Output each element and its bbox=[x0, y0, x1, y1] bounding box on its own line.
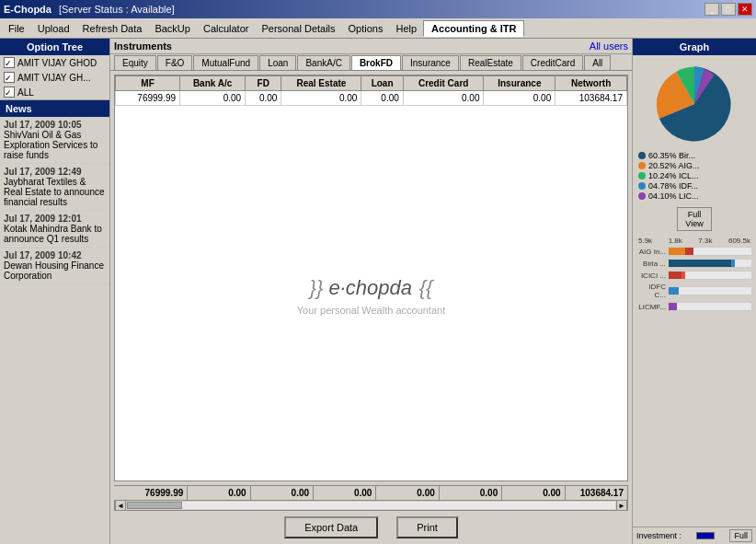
legend-dot-icl bbox=[638, 172, 646, 179]
news-item-0: Jul 17, 2009 10:05 ShivVani Oil & Gas Ex… bbox=[0, 117, 109, 164]
tab-creditcard[interactable]: CreditCard bbox=[522, 55, 583, 70]
footer-realestate: 0.00 bbox=[314, 486, 376, 500]
tree-checkbox-3[interactable] bbox=[4, 87, 15, 98]
legend-dot-lic bbox=[638, 192, 646, 200]
tab-fo[interactable]: F&O bbox=[157, 55, 193, 70]
maximize-button[interactable]: □ bbox=[721, 3, 736, 16]
cell-creditcard: 0.00 bbox=[403, 91, 484, 106]
scroll-thumb[interactable] bbox=[127, 502, 182, 509]
tree-item-3[interactable]: ALL bbox=[0, 85, 109, 99]
title-bar: E-Chopda [Server Status : Available] _ □… bbox=[0, 0, 756, 18]
menu-accounting-itr[interactable]: Accounting & ITR bbox=[423, 20, 524, 37]
legend-aig: 20.52% AIG... bbox=[638, 161, 750, 170]
bar-fill-aig bbox=[669, 248, 685, 255]
legend-idf: 04.78% IDF... bbox=[638, 181, 750, 191]
news-section: News Jul 17, 2009 10:05 ShivVani Oil & G… bbox=[0, 99, 109, 544]
menu-bar: File Upload Refresh Data BackUp Calculat… bbox=[0, 18, 756, 39]
footer-creditcard: 0.00 bbox=[440, 486, 502, 500]
news-date-2: Jul 17, 2009 12:01 bbox=[4, 214, 106, 224]
main-layout: Option Tree AMIT VIJAY GHOD AMIT VIJAY G… bbox=[0, 39, 756, 544]
tree-checkbox-1[interactable] bbox=[4, 57, 15, 68]
scroll-left-button[interactable]: ◄ bbox=[115, 500, 126, 511]
full-view-button[interactable]: FullView bbox=[677, 207, 711, 231]
table-row: 76999.99 0.00 0.00 0.00 0.00 0.00 0.00 1… bbox=[116, 91, 627, 106]
cell-networth: 103684.17 bbox=[556, 91, 627, 106]
legend-dot-aig bbox=[638, 162, 646, 169]
bar-fill-icici2 bbox=[682, 272, 686, 279]
legend-lic: 04.10% LIC... bbox=[638, 191, 750, 201]
news-header: News bbox=[0, 100, 109, 117]
tab-mutualfund[interactable]: MutualFund bbox=[193, 55, 258, 70]
chopda-tagline: Your personal Wealth accountant bbox=[297, 305, 445, 316]
all-users-label: All users bbox=[590, 41, 628, 52]
graph-header: Graph bbox=[633, 39, 756, 55]
menu-calculator[interactable]: Calculator bbox=[197, 20, 256, 37]
export-data-button[interactable]: Export Data bbox=[284, 516, 378, 538]
menu-backup[interactable]: BackUp bbox=[148, 20, 197, 37]
minimize-button[interactable]: _ bbox=[704, 3, 719, 16]
bar-track-licmf bbox=[668, 302, 752, 311]
tab-loan[interactable]: Loan bbox=[259, 55, 296, 70]
news-text-0[interactable]: ShivVani Oil & Gas Exploration Services … bbox=[4, 130, 106, 160]
news-text-2[interactable]: Kotak Mahindra Bank to announce Q1 resul… bbox=[4, 224, 106, 244]
tree-label-2: AMIT VIJAY GH... bbox=[17, 73, 90, 83]
tree-label-3: ALL bbox=[17, 87, 34, 98]
footer-insurance: 0.00 bbox=[502, 486, 565, 500]
data-table: MF Bank A/c FD Real Estate Loan Credit C… bbox=[115, 75, 627, 106]
bar-label-licmf: LICMF... bbox=[636, 303, 666, 311]
tab-equity[interactable]: Equity bbox=[114, 55, 156, 70]
menu-upload[interactable]: Upload bbox=[31, 20, 76, 37]
bar-track-icici bbox=[668, 271, 752, 280]
tree-item-2[interactable]: AMIT VIJAY GH... bbox=[0, 70, 109, 85]
bar-row-aig: AIG In... bbox=[636, 247, 752, 256]
bar-track-idfc bbox=[668, 286, 752, 295]
col-fd: FD bbox=[246, 76, 281, 91]
menu-help[interactable]: Help bbox=[389, 20, 423, 37]
footer-mf: 76999.99 bbox=[114, 486, 188, 500]
footer-networth: 103684.17 bbox=[566, 486, 628, 500]
scroll-right-button[interactable]: ► bbox=[616, 500, 627, 511]
menu-options[interactable]: Options bbox=[342, 20, 390, 37]
bar-fill-birla2 bbox=[731, 260, 736, 267]
legend-birla: 60.35% Bir... bbox=[638, 151, 750, 160]
news-item-1: Jul 17, 2009 12:49 Jaybharat Textiles & … bbox=[0, 164, 109, 211]
menu-refresh[interactable]: Refresh Data bbox=[76, 20, 149, 37]
scroll-track[interactable] bbox=[127, 502, 615, 509]
action-bar: Export Data Print bbox=[110, 511, 632, 544]
bar-row-licmf: LICMF... bbox=[636, 302, 752, 311]
menu-file[interactable]: File bbox=[2, 20, 31, 37]
bar-fill-icici bbox=[669, 272, 682, 279]
bar-row-birla: Birla ... bbox=[636, 259, 752, 268]
investment-indicator bbox=[696, 532, 715, 539]
tab-bankac[interactable]: BankA/C bbox=[297, 55, 349, 70]
tree-checkbox-2[interactable] bbox=[4, 72, 15, 83]
full-button[interactable]: Full bbox=[729, 529, 752, 542]
tab-all[interactable]: All bbox=[584, 55, 611, 70]
investment-row: Investment : Full bbox=[633, 527, 756, 544]
bar-scale-4: 609.5k bbox=[728, 237, 750, 245]
news-content: Jul 17, 2009 10:05 ShivVani Oil & Gas Ex… bbox=[0, 117, 109, 544]
tab-brokfd[interactable]: BrokFD bbox=[351, 55, 401, 70]
horizontal-scrollbar[interactable]: ◄ ► bbox=[114, 500, 628, 511]
news-text-3[interactable]: Dewan Housing Finance Corporation bbox=[4, 260, 106, 281]
cell-fd: 0.00 bbox=[246, 91, 281, 106]
tree-item-1[interactable]: AMIT VIJAY GHOD bbox=[0, 55, 109, 70]
bar-label-birla: Birla ... bbox=[636, 260, 666, 268]
investment-label: Investment : bbox=[636, 531, 682, 540]
print-button[interactable]: Print bbox=[396, 516, 458, 538]
menu-personal-details[interactable]: Personal Details bbox=[255, 20, 341, 37]
news-item-2: Jul 17, 2009 12:01 Kotak Mahindra Bank t… bbox=[0, 211, 109, 248]
bar-fill-birla bbox=[669, 260, 731, 267]
footer-loan: 0.00 bbox=[376, 486, 439, 500]
data-table-area: MF Bank A/c FD Real Estate Loan Credit C… bbox=[114, 75, 628, 481]
tab-realestate[interactable]: RealEstate bbox=[460, 55, 521, 70]
cell-mf: 76999.99 bbox=[116, 91, 180, 106]
left-panel: Option Tree AMIT VIJAY GHOD AMIT VIJAY G… bbox=[0, 39, 110, 544]
close-button[interactable]: ✕ bbox=[738, 3, 752, 16]
bar-track-aig bbox=[668, 247, 752, 256]
chopda-logo: }} e·chopda {{ bbox=[310, 272, 433, 301]
pie-chart bbox=[653, 63, 736, 145]
news-text-1[interactable]: Jaybharat Textiles & Real Estate to anno… bbox=[4, 177, 106, 207]
legend-label-birla: 60.35% Bir... bbox=[648, 151, 695, 160]
tab-insurance[interactable]: Insurance bbox=[402, 55, 459, 70]
